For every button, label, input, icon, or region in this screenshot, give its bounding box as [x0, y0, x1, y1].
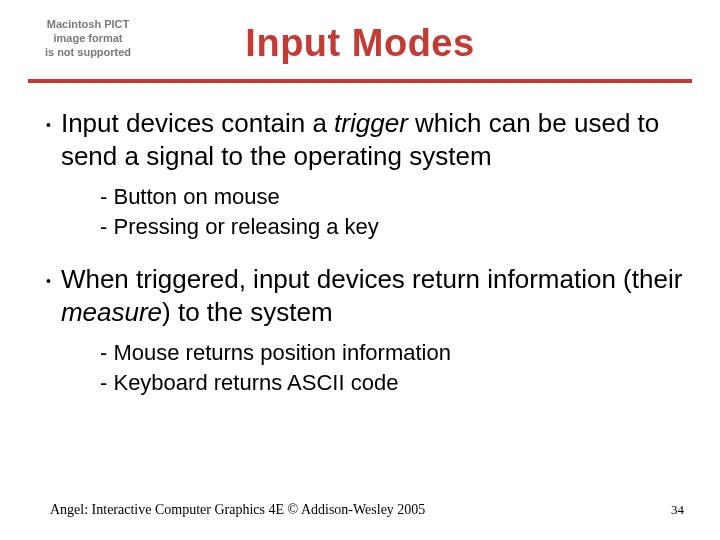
page-number: 34	[671, 502, 684, 518]
bullet-icon: •	[46, 107, 51, 140]
sub-bullet-text: Mouse returns position information	[113, 340, 451, 365]
sub-bullet-text: Button on mouse	[113, 184, 279, 209]
sub-bullet-group: - Mouse returns position information - K…	[100, 338, 684, 397]
sub-bullet-item: - Pressing or releasing a key	[100, 212, 684, 242]
bullet-post: ) to the system	[162, 297, 333, 327]
pict-line-3: is not supported	[28, 46, 148, 60]
bullet-text: Input devices contain a trigger which ca…	[61, 107, 684, 172]
sub-bullet-text: Pressing or releasing a key	[113, 214, 378, 239]
bullet-text: When triggered, input devices return inf…	[61, 263, 684, 328]
slide: Macintosh PICT image format is not suppo…	[0, 0, 720, 540]
sub-bullet-text: Keyboard returns ASCII code	[113, 370, 398, 395]
sub-bullet-item: - Mouse returns position information	[100, 338, 684, 368]
pict-line-2: image format	[28, 32, 148, 46]
bullet-icon: •	[46, 263, 51, 296]
pict-line-1: Macintosh PICT	[28, 18, 148, 32]
slide-footer: Angel: Interactive Computer Graphics 4E …	[0, 502, 720, 518]
bullet-item: • Input devices contain a trigger which …	[46, 107, 684, 172]
slide-content: • Input devices contain a trigger which …	[28, 107, 692, 398]
sub-bullet-item: - Button on mouse	[100, 182, 684, 212]
bullet-em: measure	[61, 297, 162, 327]
sub-bullet-group: - Button on mouse - Pressing or releasin…	[100, 182, 684, 241]
title-rule	[28, 79, 692, 83]
bullet-em: trigger	[334, 108, 408, 138]
bullet-pre: When triggered, input devices return inf…	[61, 264, 682, 294]
bullet-item: • When triggered, input devices return i…	[46, 263, 684, 328]
footer-citation: Angel: Interactive Computer Graphics 4E …	[50, 502, 425, 518]
sub-bullet-item: - Keyboard returns ASCII code	[100, 368, 684, 398]
bullet-pre: Input devices contain a	[61, 108, 334, 138]
pict-placeholder: Macintosh PICT image format is not suppo…	[28, 18, 148, 59]
